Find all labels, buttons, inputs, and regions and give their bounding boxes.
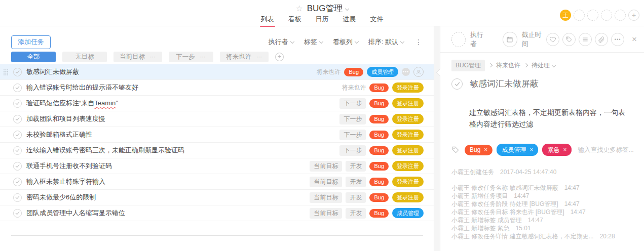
task-checkbox[interactable] bbox=[13, 178, 22, 186]
favorite-star-icon[interactable]: ☆ bbox=[295, 4, 302, 13]
goal-filter-pill[interactable]: 当前目标 ⋯ bbox=[113, 52, 162, 62]
attachment-paperclip-icon[interactable] bbox=[595, 33, 608, 46]
goal-filter-pill[interactable]: 将来也许 ⋯ bbox=[220, 52, 269, 62]
detail-task-checkbox[interactable] bbox=[451, 78, 463, 90]
goal-badge[interactable]: 将来也许 bbox=[316, 68, 340, 76]
task-row[interactable]: 验证码短信应标注“来自Teamin” 下一步 Bug登录注册 bbox=[0, 96, 434, 111]
task-checkbox[interactable] bbox=[13, 146, 22, 155]
tag-chip[interactable]: Bug × bbox=[465, 145, 493, 155]
stage-badge[interactable]: 开发 bbox=[346, 208, 366, 219]
more-options-icon[interactable]: ⋮ bbox=[414, 38, 423, 46]
tag-badge[interactable]: 登录注册 bbox=[392, 130, 424, 140]
tag-badge[interactable]: 登录注册 bbox=[392, 145, 424, 155]
view-tab[interactable]: 看板 bbox=[288, 15, 301, 27]
more-actions-icon[interactable]: ••• bbox=[611, 33, 624, 46]
tag-badge[interactable]: Bug bbox=[344, 68, 363, 76]
view-tab[interactable]: 列表 bbox=[261, 15, 274, 27]
member-avatar[interactable]: 王 bbox=[560, 10, 571, 21]
task-checkbox[interactable] bbox=[13, 162, 22, 171]
tag-badge[interactable]: Bug bbox=[369, 83, 389, 92]
task-row[interactable]: 输入框未禁止特殊字符输入 当前目标 开发 Bug登录注册 bbox=[0, 174, 434, 190]
chevron-down-icon[interactable] bbox=[552, 63, 556, 67]
filter-more-icon[interactable]: ⋯ bbox=[200, 54, 206, 60]
breadcrumb-goal[interactable]: 将来也许 bbox=[496, 61, 520, 70]
stage-badge[interactable]: 开发 bbox=[346, 161, 366, 172]
task-row[interactable]: 敏感词汇未做屏蔽 将来也许 Bug成员管理 ••• bbox=[0, 64, 434, 80]
task-checkbox[interactable] bbox=[13, 209, 22, 218]
tag-badge[interactable]: Bug bbox=[369, 209, 389, 218]
tag-badge[interactable]: 成员管理 bbox=[367, 67, 398, 77]
task-row[interactable]: 团队成员管理中人名缩写显示错位 当前目标 开发 Bug成员管理 bbox=[0, 205, 434, 221]
view-tab[interactable]: 文件 bbox=[370, 15, 384, 27]
task-row[interactable]: 密码未做最少6位的限制 当前目标 开发 Bug登录注册 bbox=[0, 190, 434, 205]
filter-dropdown[interactable]: 看板列 bbox=[333, 37, 358, 47]
tag-badge[interactable]: 登录注册 bbox=[392, 161, 424, 171]
assignee-avatar-icon[interactable] bbox=[413, 67, 424, 77]
subtask-list-icon[interactable] bbox=[579, 33, 592, 46]
tag-badge[interactable]: Bug bbox=[369, 99, 389, 108]
tag-badge[interactable]: Bug bbox=[369, 178, 389, 186]
tag-badge[interactable]: Bug bbox=[369, 115, 389, 123]
tag-badge[interactable]: 成员管理 bbox=[392, 208, 424, 218]
view-tab[interactable]: 日历 bbox=[316, 15, 329, 27]
goal-badge[interactable]: 下一步 bbox=[339, 98, 366, 109]
task-row[interactable]: 连续输入错误账号密码三次，未能正确刷新显示验证码 下一步 Bug登录注册 bbox=[0, 143, 434, 158]
tag-badge[interactable]: 登录注册 bbox=[392, 82, 424, 93]
remove-tag-icon[interactable]: × bbox=[484, 146, 487, 153]
like-heart-icon[interactable] bbox=[546, 33, 559, 46]
assignee-button[interactable]: 执行者 bbox=[451, 30, 488, 49]
breadcrumb-project[interactable]: BUG管理 bbox=[451, 60, 485, 71]
add-task-button[interactable]: 添加任务 bbox=[11, 35, 51, 49]
tag-badge[interactable]: Bug bbox=[369, 146, 389, 155]
task-row[interactable]: 未校验邮箱格式正确性 下一步 Bug登录注册 bbox=[0, 127, 434, 143]
goal-badge[interactable]: 当前目标 bbox=[310, 208, 342, 219]
remove-tag-icon[interactable]: × bbox=[529, 146, 533, 153]
task-row[interactable]: 加载团队和项目列表速度慢 下一步 Bug登录注册 bbox=[0, 111, 434, 127]
tag-badge[interactable]: Bug bbox=[369, 193, 389, 202]
tag-icon[interactable] bbox=[562, 33, 576, 46]
filter-dropdown[interactable]: 排序: 默认 bbox=[368, 37, 404, 47]
goal-badge[interactable]: 当前目标 bbox=[310, 192, 342, 203]
task-checkbox[interactable] bbox=[13, 68, 22, 76]
add-goal-button[interactable]: + bbox=[275, 53, 284, 61]
goal-badge[interactable]: 下一步 bbox=[339, 145, 366, 156]
tag-chip[interactable]: 紧急 × bbox=[542, 144, 572, 156]
more-tags-icon[interactable]: ••• bbox=[402, 68, 410, 76]
filter-more-icon[interactable]: ⋯ bbox=[150, 54, 156, 60]
tag-badge[interactable]: 登录注册 bbox=[392, 177, 424, 187]
breadcrumb-stage[interactable]: 待处理 bbox=[532, 61, 550, 70]
tag-chip[interactable]: 成员管理 × bbox=[497, 144, 538, 156]
goal-filter-pill[interactable]: 无目标 bbox=[62, 52, 107, 62]
tag-badge[interactable]: 登录注册 bbox=[392, 98, 424, 108]
goal-badge[interactable]: 下一步 bbox=[339, 114, 366, 124]
drag-handle-icon[interactable] bbox=[3, 69, 9, 78]
goal-badge[interactable]: 当前目标 bbox=[310, 177, 342, 187]
tag-badge[interactable]: 登录注册 bbox=[392, 114, 424, 124]
tag-badge[interactable]: Bug bbox=[369, 131, 389, 139]
filter-dropdown[interactable]: 标签 bbox=[304, 37, 323, 47]
goal-badge[interactable]: 将来也许 bbox=[342, 83, 366, 92]
goal-filter-pill[interactable]: 全部 bbox=[11, 52, 56, 62]
view-tab[interactable]: 进展 bbox=[343, 15, 356, 27]
stage-badge[interactable]: 开发 bbox=[346, 177, 366, 187]
task-checkbox[interactable] bbox=[13, 115, 22, 123]
add-member-button[interactable]: + bbox=[628, 10, 639, 21]
task-checkbox[interactable] bbox=[13, 193, 22, 202]
task-row[interactable]: 联通手机号注册收不到验证码 当前目标 开发 Bug登录注册 bbox=[0, 158, 434, 174]
task-checkbox[interactable] bbox=[13, 131, 22, 139]
filter-dropdown[interactable]: 执行者 bbox=[269, 37, 294, 47]
chevron-down-icon[interactable] bbox=[345, 7, 349, 11]
remove-tag-icon[interactable]: × bbox=[563, 146, 566, 153]
tag-search-input[interactable] bbox=[578, 146, 643, 153]
goal-badge[interactable]: 当前目标 bbox=[310, 161, 342, 172]
filter-more-icon[interactable]: ⋯ bbox=[256, 54, 262, 60]
due-date-button[interactable]: 截止时间 bbox=[503, 30, 546, 49]
goal-badge[interactable]: 下一步 bbox=[339, 130, 366, 140]
tag-badge[interactable]: Bug bbox=[369, 162, 389, 171]
task-row[interactable]: 输入错误账号时给出的提示语不够友好 将来也许 Bug登录注册 bbox=[0, 80, 434, 96]
task-checkbox[interactable] bbox=[13, 83, 22, 92]
goal-filter-pill[interactable]: 下一步 ⋯ bbox=[169, 52, 213, 62]
task-checkbox[interactable] bbox=[13, 99, 22, 108]
task-description[interactable]: 建立敏感词汇表格，不定期更新表格内容，一句表格内容进行筛选过滤 bbox=[469, 107, 631, 130]
close-icon[interactable]: × bbox=[632, 34, 637, 45]
